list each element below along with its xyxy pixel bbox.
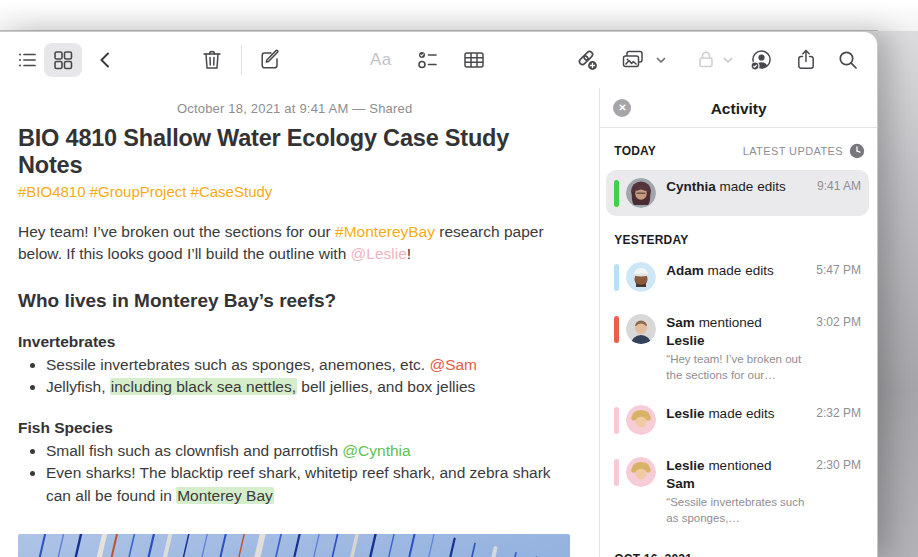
bullet-text: Small fish such as clownfish and parrotf… (46, 442, 342, 459)
activity-panel: ✕ Activity TODAY LATEST UPDATES (599, 88, 877, 557)
yesterday-label: YESTERDAY (600, 216, 877, 254)
activity-entry-body: Sam mentioned Leslie “Hey team! I’ve bro… (666, 314, 861, 383)
activity-entry-body: Leslie mentioned Sam “Sessile invertebra… (666, 457, 861, 526)
latest-updates-label: LATEST UPDATES (743, 145, 843, 157)
list-item: Sessile invertebrates such as sponges, a… (46, 354, 570, 376)
activity-entry-text: Leslie mentioned Sam (666, 457, 788, 492)
activity-entry-quote: “Sessile invertebrates such as sponges,… (666, 495, 814, 526)
media-chevron-down-icon[interactable] (655, 54, 667, 66)
invertebrates-heading: Invertebrates (18, 333, 571, 351)
add-link-icon[interactable] (574, 47, 600, 73)
activity-entry-text: Cynthia made edits (666, 178, 788, 196)
lock-icon (694, 48, 718, 72)
activity-title: Activity (600, 88, 877, 130)
activity-entry-sam[interactable]: Sam mentioned Leslie “Hey team! I’ve bro… (606, 306, 869, 391)
checklist-icon[interactable] (416, 48, 440, 72)
activity-entry-time: 5:47 PM (816, 263, 861, 277)
activity-entry-time: 9:41 AM (817, 179, 861, 193)
trash-icon[interactable] (200, 48, 224, 72)
activity-entry-quote: “Hey team! I’ve broken out the sections … (666, 352, 814, 383)
hashtag-montereybay[interactable]: #MontereyBay (335, 223, 435, 240)
clock-icon[interactable] (849, 143, 865, 159)
bullet-text: Jellyfish, (46, 378, 110, 395)
avatar-adam (626, 262, 656, 292)
avatar-cynthia (626, 178, 656, 208)
today-section-row: TODAY LATEST UPDATES (600, 128, 877, 168)
activity-entry-text: Adam made edits (666, 262, 788, 280)
activity-entry-body: Cynthia made edits 9:41 AM (666, 178, 861, 208)
search-icon[interactable] (836, 48, 860, 72)
desktop-background-strip (0, 0, 918, 31)
note-date-line: October 18, 2021 at 9:41 AM — Shared (18, 101, 571, 116)
today-label: TODAY (614, 144, 656, 158)
activity-entry-text: Sam mentioned Leslie (666, 314, 788, 349)
activity-entry-body: Leslie made edits 2:32 PM (666, 405, 861, 435)
list-item: Small fish such as clownfish and parrotf… (46, 440, 570, 462)
lock-chevron-down-icon (722, 54, 734, 66)
activity-entry-time: 3:02 PM (816, 315, 861, 329)
collaborate-icon[interactable] (748, 47, 774, 73)
gallery-view-icon[interactable] (52, 49, 74, 71)
activity-entry-time: 2:32 PM (816, 406, 861, 420)
bullet-text: Even sharks! The blacktip reef shark, wh… (46, 464, 551, 503)
format-text-icon[interactable]: Aa (370, 50, 392, 70)
note-editor[interactable]: October 18, 2021 at 9:41 AM — Shared BIO… (0, 88, 599, 557)
status-bar (614, 459, 619, 486)
intro-text-3: ! (407, 245, 411, 262)
bullet-text: Sessile invertebrates such as sponges, a… (46, 356, 429, 373)
activity-entry-text: Leslie made edits (666, 405, 788, 423)
invertebrates-list: Sessile invertebrates such as sponges, a… (18, 354, 570, 399)
notes-window: Aa (0, 31, 878, 557)
latest-updates-control[interactable]: LATEST UPDATES (743, 143, 865, 159)
activity-entry-leslie-edits[interactable]: Leslie made edits 2:32 PM (606, 397, 869, 443)
mention-sam[interactable]: @Sam (429, 356, 477, 373)
list-item: Even sharks! The blacktip reef shark, wh… (46, 462, 570, 507)
activity-entry-adam[interactable]: Adam made edits 5:47 PM (606, 254, 869, 300)
status-bar (614, 264, 619, 291)
highlighted-text: Monterey Bay (176, 487, 274, 504)
content-area: October 18, 2021 at 9:41 AM — Shared BIO… (0, 88, 877, 557)
fish-species-list: Small fish such as clownfish and parrotf… (18, 440, 570, 507)
activity-entry-time: 2:30 PM (816, 458, 861, 472)
note-intro-paragraph: Hey team! I’ve broken out the sections f… (18, 221, 566, 265)
list-view-icon[interactable] (16, 49, 38, 71)
bullet-text: bell jellies, and box jellies (297, 378, 475, 395)
list-item: Jellyfish, including black sea nettles, … (46, 376, 570, 398)
activity-entry-leslie-mention[interactable]: Leslie mentioned Sam “Sessile invertebra… (606, 449, 869, 534)
compose-icon[interactable] (258, 48, 282, 72)
toolbar: Aa (0, 32, 877, 88)
avatar-sam (626, 314, 656, 344)
status-bar (614, 407, 619, 434)
oct-16-label: OCT 16, 2021 (600, 540, 877, 557)
note-question-heading: Who lives in Monterey Bay’s reefs? (18, 290, 571, 312)
note-hashtags[interactable]: #BIO4810 #GroupProject #CaseStudy (18, 183, 571, 200)
mention-leslie[interactable]: @Leslie (351, 245, 407, 262)
avatar-leslie (626, 457, 656, 487)
note-title: BIO 4810 Shallow Water Ecology Case Stud… (18, 125, 571, 179)
activity-entry-cynthia[interactable]: Cynthia made edits 9:41 AM (606, 170, 869, 216)
fish-species-heading: Fish Species (18, 419, 571, 437)
media-icon[interactable] (620, 48, 646, 72)
table-icon[interactable] (462, 48, 486, 72)
avatar-leslie (626, 405, 656, 435)
highlighted-text: including black sea nettles, (110, 378, 297, 395)
intro-text-1: Hey team! I’ve broken out the sections f… (18, 223, 335, 240)
share-icon[interactable] (794, 48, 818, 72)
status-bar (614, 180, 619, 207)
activity-entry-body: Adam made edits 5:47 PM (666, 262, 861, 292)
activity-header: ✕ Activity (600, 88, 877, 128)
mention-cynthia[interactable]: @Cynthia (342, 442, 410, 459)
jellyfish-photo[interactable] (18, 534, 570, 557)
status-bar (614, 316, 619, 343)
back-icon[interactable] (96, 49, 114, 71)
toolbar-divider (241, 45, 242, 75)
